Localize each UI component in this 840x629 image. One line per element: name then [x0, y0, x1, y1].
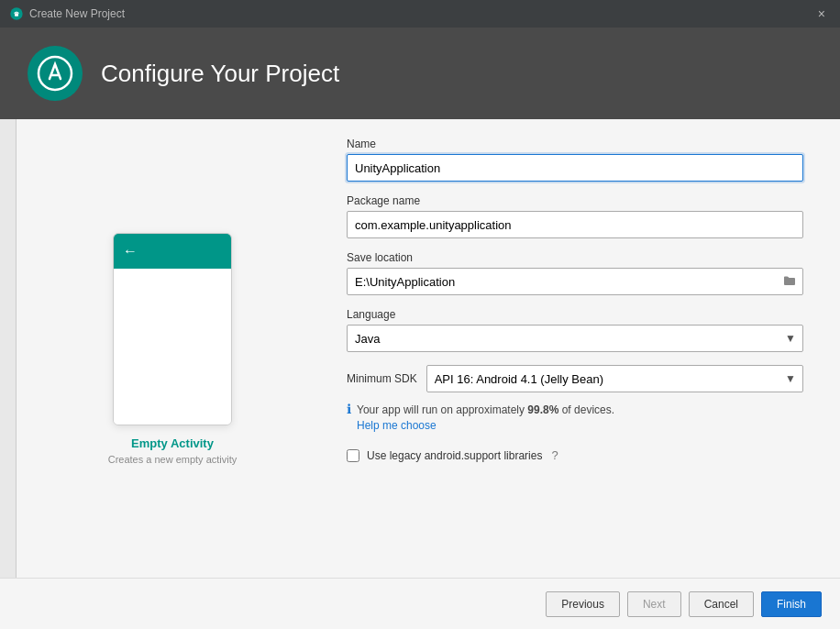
location-group: Save location [347, 251, 803, 295]
title-bar-text: Create New Project [29, 7, 125, 20]
info-icon: ℹ [347, 402, 351, 416]
sidebar-strip [0, 119, 17, 578]
phone-preview-header: ← [114, 234, 231, 269]
package-group: Package name [347, 194, 803, 238]
studio-logo-icon [37, 55, 73, 92]
sdk-row: Minimum SDK API 16: Android 4.1 (Jelly B… [347, 365, 803, 392]
title-bar: Create New Project × [0, 0, 840, 28]
language-select-wrapper: Java Kotlin ▼ [347, 325, 803, 352]
help-tooltip-icon[interactable]: ? [551, 448, 558, 462]
phone-preview-body [114, 269, 231, 425]
language-select[interactable]: Java Kotlin [347, 325, 803, 352]
legacy-libs-checkbox[interactable] [347, 449, 359, 462]
android-icon [9, 6, 24, 21]
dialog-footer: Previous Next Cancel Finish [0, 578, 840, 629]
info-row: ℹ Your app will run on approximately 99.… [347, 402, 803, 432]
sdk-label: Minimum SDK [347, 372, 417, 385]
info-text: Your app will run on approximately 99.8%… [357, 403, 614, 416]
location-label: Save location [347, 251, 803, 264]
location-input[interactable] [347, 268, 803, 295]
activity-name-label: Empty Activity [131, 436, 214, 450]
language-label: Language [347, 308, 803, 321]
svg-point-3 [17, 12, 17, 13]
sdk-select[interactable]: API 16: Android 4.1 (Jelly Bean) API 17:… [426, 365, 803, 392]
activity-desc-label: Creates a new empty activity [108, 454, 238, 465]
folder-browse-button[interactable] [779, 272, 800, 291]
left-panel: ← Empty Activity Creates a new empty act… [17, 119, 328, 578]
location-wrapper [347, 268, 803, 295]
package-label: Package name [347, 194, 803, 207]
right-panel: Name Package name Save location L [328, 119, 840, 578]
finish-button[interactable]: Finish [761, 591, 822, 617]
info-content: Your app will run on approximately 99.8%… [357, 402, 614, 432]
sdk-select-wrapper: API 16: Android 4.1 (Jelly Bean) API 17:… [426, 365, 803, 392]
svg-rect-1 [15, 13, 18, 16]
cancel-button[interactable]: Cancel [689, 591, 754, 617]
name-label: Name [347, 138, 803, 150]
dialog-header: Configure Your Project [0, 28, 840, 119]
name-group: Name [347, 138, 803, 182]
package-input[interactable] [347, 211, 803, 238]
next-button[interactable]: Next [627, 591, 681, 617]
folder-icon [783, 275, 796, 286]
svg-point-2 [15, 12, 16, 13]
legacy-libs-label: Use legacy android.support libraries [367, 449, 542, 462]
help-me-choose-link[interactable]: Help me choose [357, 419, 437, 432]
phone-preview: ← [113, 233, 232, 425]
close-button[interactable]: × [812, 5, 831, 23]
main-content: ← Empty Activity Creates a new empty act… [0, 119, 840, 578]
name-input[interactable] [347, 154, 803, 182]
legacy-libs-row: Use legacy android.support libraries ? [347, 448, 803, 462]
header-title: Configure Your Project [101, 60, 339, 88]
title-bar-left: Create New Project [9, 6, 125, 21]
back-arrow-icon: ← [123, 243, 138, 259]
header-logo [28, 46, 83, 101]
previous-button[interactable]: Previous [546, 591, 620, 617]
language-group: Language Java Kotlin ▼ [347, 308, 803, 352]
